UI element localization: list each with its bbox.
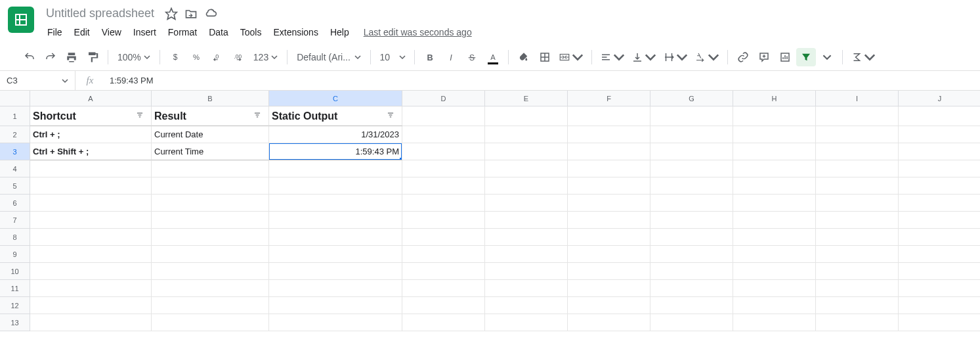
cell-F13[interactable] xyxy=(568,314,650,331)
column-header-J[interactable]: J xyxy=(899,91,980,106)
cell-C5[interactable] xyxy=(269,177,402,195)
cell-E3[interactable] xyxy=(485,143,568,160)
cell-D8[interactable] xyxy=(402,229,485,246)
cell-D3[interactable] xyxy=(402,143,485,160)
text-wrap-button[interactable] xyxy=(660,48,691,66)
column-header-A[interactable]: A xyxy=(30,91,152,106)
cell-F7[interactable] xyxy=(568,212,650,229)
print-button[interactable] xyxy=(62,48,81,66)
font-family-dropdown[interactable]: Default (Ari... xyxy=(293,52,365,62)
cell-J2[interactable] xyxy=(899,126,980,143)
cell-F5[interactable] xyxy=(568,177,650,195)
zoom-dropdown[interactable]: 100% xyxy=(114,52,154,62)
filter-dropdown-button[interactable] xyxy=(817,48,837,66)
cell-D7[interactable] xyxy=(402,212,485,229)
redo-button[interactable] xyxy=(41,48,60,66)
sheets-logo[interactable] xyxy=(8,7,34,33)
cell-C12[interactable] xyxy=(269,297,402,314)
cell-C7[interactable] xyxy=(269,212,402,229)
cell-C13[interactable] xyxy=(269,314,402,331)
cell-C11[interactable] xyxy=(269,280,402,297)
cell-J8[interactable] xyxy=(899,229,980,246)
cell-H10[interactable] xyxy=(733,263,816,280)
cell-C10[interactable] xyxy=(269,263,402,280)
filter-icon[interactable] xyxy=(253,110,266,122)
italic-button[interactable]: I xyxy=(441,48,461,66)
document-title[interactable]: Untitled spreadsheet xyxy=(42,5,158,22)
cell-J12[interactable] xyxy=(899,297,980,314)
cell-B5[interactable] xyxy=(152,177,269,195)
cell-B1[interactable]: Result xyxy=(152,106,269,126)
cell-A11[interactable] xyxy=(30,280,152,297)
menu-file[interactable]: File xyxy=(42,24,68,40)
cell-E8[interactable] xyxy=(485,229,568,246)
cell-I6[interactable] xyxy=(816,195,899,212)
menu-tools[interactable]: Tools xyxy=(235,24,267,40)
cell-D2[interactable] xyxy=(402,126,485,143)
decrease-decimal-button[interactable]: .0 xyxy=(207,48,227,66)
cell-J4[interactable] xyxy=(899,160,980,177)
cell-A3[interactable]: Ctrl + Shift + ; xyxy=(30,143,152,160)
column-header-C[interactable]: C xyxy=(269,91,402,106)
cell-I3[interactable] xyxy=(816,143,899,160)
cell-B7[interactable] xyxy=(152,212,269,229)
cell-B10[interactable] xyxy=(152,263,269,280)
menu-format[interactable]: Format xyxy=(163,24,202,40)
cell-B8[interactable] xyxy=(152,229,269,246)
cell-G2[interactable] xyxy=(650,126,733,143)
column-header-F[interactable]: F xyxy=(568,91,650,106)
cell-I7[interactable] xyxy=(816,212,899,229)
cell-C6[interactable] xyxy=(269,195,402,212)
cell-C8[interactable] xyxy=(269,229,402,246)
paint-format-button[interactable] xyxy=(83,48,102,66)
cell-F12[interactable] xyxy=(568,297,650,314)
cell-D10[interactable] xyxy=(402,263,485,280)
row-header-13[interactable]: 13 xyxy=(0,314,30,331)
column-header-G[interactable]: G xyxy=(650,91,733,106)
cell-J10[interactable] xyxy=(899,263,980,280)
cell-A1[interactable]: Shortcut xyxy=(30,106,152,126)
cell-H5[interactable] xyxy=(733,177,816,195)
cell-B12[interactable] xyxy=(152,297,269,314)
cell-H13[interactable] xyxy=(733,314,816,331)
cell-D6[interactable] xyxy=(402,195,485,212)
horizontal-align-button[interactable] xyxy=(597,48,628,66)
cell-F2[interactable] xyxy=(568,126,650,143)
cell-I10[interactable] xyxy=(816,263,899,280)
cell-G10[interactable] xyxy=(650,263,733,280)
menu-edit[interactable]: Edit xyxy=(69,24,95,40)
cell-J1[interactable] xyxy=(899,106,980,126)
cell-G4[interactable] xyxy=(650,160,733,177)
cell-J3[interactable] xyxy=(899,143,980,160)
row-header-11[interactable]: 11 xyxy=(0,280,30,297)
cell-E7[interactable] xyxy=(485,212,568,229)
cell-G13[interactable] xyxy=(650,314,733,331)
menu-help[interactable]: Help xyxy=(325,24,354,40)
column-header-E[interactable]: E xyxy=(485,91,568,106)
cell-C3[interactable]: 1:59:43 PM xyxy=(269,143,402,160)
cell-G7[interactable] xyxy=(650,212,733,229)
cell-C2[interactable]: 1/31/2023 xyxy=(269,126,402,143)
cell-D12[interactable] xyxy=(402,297,485,314)
cell-B6[interactable] xyxy=(152,195,269,212)
cell-E6[interactable] xyxy=(485,195,568,212)
cell-H1[interactable] xyxy=(733,106,816,126)
cell-J9[interactable] xyxy=(899,246,980,263)
cell-J7[interactable] xyxy=(899,212,980,229)
menu-extensions[interactable]: Extensions xyxy=(268,24,323,40)
text-color-button[interactable]: A xyxy=(483,48,503,66)
fill-color-button[interactable] xyxy=(514,48,534,66)
cell-G9[interactable] xyxy=(650,246,733,263)
cell-E5[interactable] xyxy=(485,177,568,195)
row-header-10[interactable]: 10 xyxy=(0,263,30,280)
cell-J5[interactable] xyxy=(899,177,980,195)
format-percent-button[interactable]: % xyxy=(186,48,206,66)
select-all-corner[interactable] xyxy=(0,91,30,106)
cell-G3[interactable] xyxy=(650,143,733,160)
cell-A9[interactable] xyxy=(30,246,152,263)
column-header-D[interactable]: D xyxy=(402,91,485,106)
cell-J11[interactable] xyxy=(899,280,980,297)
cell-G5[interactable] xyxy=(650,177,733,195)
increase-decimal-button[interactable]: .00 xyxy=(228,48,248,66)
text-rotation-button[interactable] xyxy=(692,48,722,66)
